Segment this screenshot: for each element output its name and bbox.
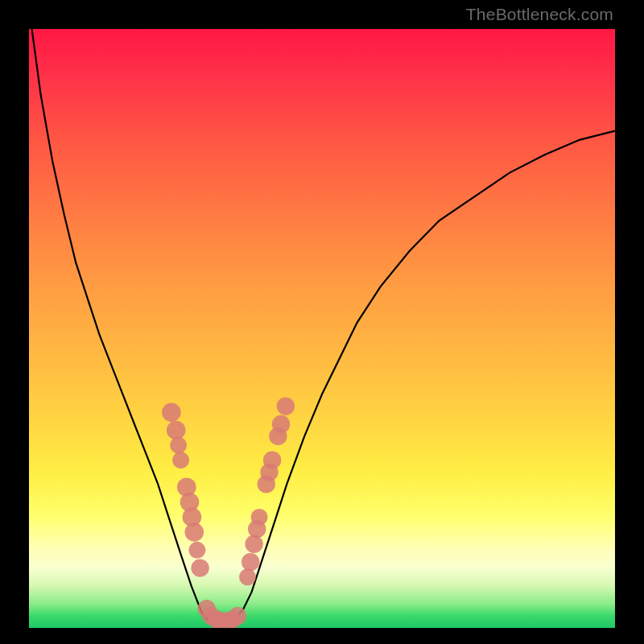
data-marker: [239, 568, 256, 585]
data-marker: [185, 522, 204, 542]
data-marker: [229, 607, 246, 625]
data-markers: [162, 398, 295, 629]
data-marker: [172, 452, 189, 469]
data-marker: [188, 542, 205, 559]
watermark-text: TheBottleneck.com: [466, 5, 613, 24]
chart-container: TheBottleneck.com: [0, 0, 644, 644]
data-marker: [167, 421, 186, 440]
data-marker: [277, 398, 295, 415]
chart-svg: [29, 29, 615, 628]
curve-line: [32, 29, 615, 622]
data-marker: [251, 509, 268, 526]
data-marker: [191, 559, 208, 576]
data-marker: [245, 535, 262, 553]
plot-area: [29, 29, 615, 628]
data-marker: [272, 415, 290, 433]
data-marker: [170, 437, 187, 454]
data-marker: [242, 553, 259, 571]
data-marker: [263, 452, 281, 469]
data-marker: [162, 402, 181, 422]
